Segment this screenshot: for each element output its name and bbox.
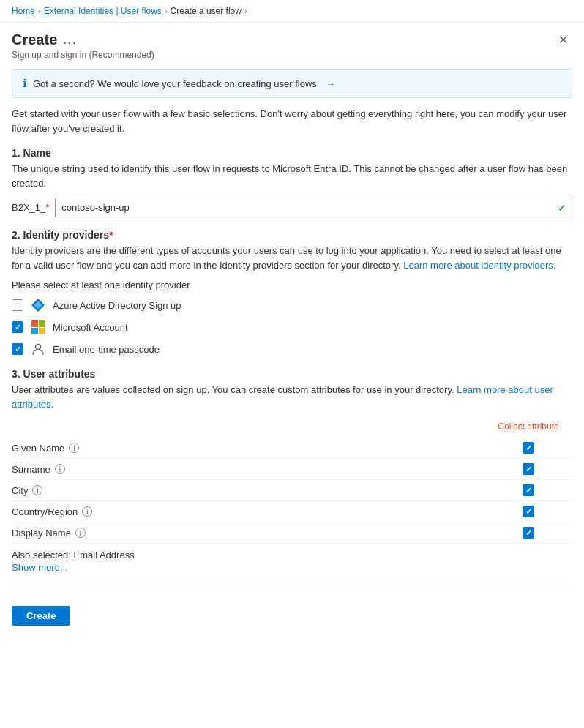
attr-given-name-label: Given Name i <box>12 443 484 454</box>
attr-surname-label: Surname i <box>12 464 484 475</box>
surname-info-icon[interactable]: i <box>55 464 65 474</box>
breadcrumb-sep-2: › <box>165 7 168 15</box>
close-button[interactable]: ✕ <box>554 31 572 48</box>
section2-desc: Identity providers are the different typ… <box>12 244 572 272</box>
provider-microsoft-checkbox[interactable] <box>12 321 23 333</box>
given-name-info-icon[interactable]: i <box>69 443 79 453</box>
section-identity-providers: 2. Identity providers* Identity provider… <box>12 229 572 356</box>
azure-icon <box>31 298 45 312</box>
breadcrumb-current: Create a user flow <box>171 6 242 16</box>
microsoft-icon <box>31 320 45 334</box>
also-selected: Also selected: Email Address <box>12 549 572 560</box>
breadcrumb: Home › External Identities | User flows … <box>0 0 584 23</box>
attr-city-collect <box>484 484 572 496</box>
section3-title: 3. User attributes <box>12 368 572 380</box>
attr-city-label: City i <box>12 485 484 496</box>
breadcrumb-user-flows[interactable]: External Identities | User flows <box>44 6 162 16</box>
attr-row-given-name: Given Name i <box>12 438 572 459</box>
city-info-icon[interactable]: i <box>32 485 42 495</box>
name-input[interactable] <box>55 198 572 217</box>
check-icon: ✓ <box>558 202 566 214</box>
country-checkbox[interactable] <box>523 506 534 517</box>
provider-warning: Please select at least one identity prov… <box>12 279 572 290</box>
field-prefix: B2X_1_* <box>12 202 49 213</box>
person-icon <box>31 342 45 356</box>
info-banner-text: Got a second? We would love your feedbac… <box>33 78 317 89</box>
svg-point-2 <box>36 345 41 350</box>
attr-surname-collect <box>484 463 572 475</box>
attr-country-collect <box>484 506 572 517</box>
attr-country-label: Country/Region i <box>12 506 484 517</box>
section3-desc: User attributes are values collected on … <box>12 383 572 411</box>
attr-col-collect-header: Collect attribute <box>484 421 572 432</box>
field-required: * <box>45 202 49 213</box>
create-button[interactable]: Create <box>12 606 70 626</box>
given-name-checkbox[interactable] <box>523 442 534 454</box>
attr-display-name-label: Display Name i <box>12 528 484 539</box>
panel-title-area: Create ... Sign up and sign in (Recommen… <box>12 31 154 60</box>
country-info-icon[interactable]: i <box>82 506 92 517</box>
breadcrumb-home[interactable]: Home <box>12 6 35 16</box>
info-icon: ℹ <box>23 77 27 90</box>
provider-list: Azure Active Directory Sign up Microsoft… <box>12 298 572 356</box>
provider-email-otp: Email one-time passcode <box>12 342 572 356</box>
panel-title-text: Create <box>12 31 57 48</box>
panel-subtitle: Sign up and sign in (Recommended) <box>12 50 154 60</box>
city-checkbox[interactable] <box>523 484 534 496</box>
bottom-border <box>12 585 572 585</box>
provider-azure-ad-label: Azure Active Directory Sign up <box>53 300 181 311</box>
content-area: Get started with your user flow with a f… <box>0 107 584 606</box>
provider-email-otp-label: Email one-time passcode <box>53 344 160 355</box>
provider-azure-ad: Azure Active Directory Sign up <box>12 298 572 312</box>
breadcrumb-sep-3: › <box>244 7 247 15</box>
provider-microsoft-label: Microsoft Account <box>53 322 128 333</box>
provider-azure-ad-checkbox[interactable] <box>12 299 23 311</box>
attr-table-header: Collect attribute <box>12 419 572 435</box>
intro-text: Get started with your user flow with a f… <box>12 107 572 135</box>
section-name: 1. Name The unique string used to identi… <box>12 147 572 217</box>
display-name-checkbox[interactable] <box>523 527 534 539</box>
section2-title: 2. Identity providers* <box>12 229 572 241</box>
show-more-link[interactable]: Show more... <box>12 562 572 573</box>
provider-microsoft-account: Microsoft Account <box>12 320 572 334</box>
section2-required: * <box>109 229 113 241</box>
section1-desc: The unique string used to identify this … <box>12 162 572 190</box>
panel-more-button[interactable]: ... <box>63 34 77 47</box>
surname-checkbox[interactable] <box>523 463 534 475</box>
attr-col-name-header <box>12 421 484 432</box>
attr-display-name-collect <box>484 527 572 539</box>
name-field-row: B2X_1_* ✓ <box>12 198 572 217</box>
attr-row-surname: Surname i <box>12 459 572 480</box>
display-name-info-icon[interactable]: i <box>75 528 86 538</box>
attr-row-country: Country/Region i <box>12 501 572 522</box>
learn-more-providers[interactable]: Learn more about identity providers. <box>403 260 555 271</box>
provider-email-otp-checkbox[interactable] <box>12 343 23 355</box>
section1-title: 1. Name <box>12 147 572 159</box>
info-banner: ℹ Got a second? We would love your feedb… <box>12 69 572 98</box>
attr-row-display-name: Display Name i <box>12 522 572 544</box>
attributes-table: Collect attribute Given Name i Surname i <box>12 419 572 544</box>
panel-title: Create ... <box>12 31 154 48</box>
info-banner-arrow[interactable]: → <box>326 78 335 89</box>
section-user-attributes: 3. User attributes User attributes are v… <box>12 368 572 573</box>
breadcrumb-sep-1: › <box>38 7 41 15</box>
attr-given-name-collect <box>484 442 572 454</box>
name-input-wrapper: ✓ <box>55 198 572 217</box>
attr-row-city: City i <box>12 480 572 501</box>
panel-header: Create ... Sign up and sign in (Recommen… <box>0 23 584 63</box>
